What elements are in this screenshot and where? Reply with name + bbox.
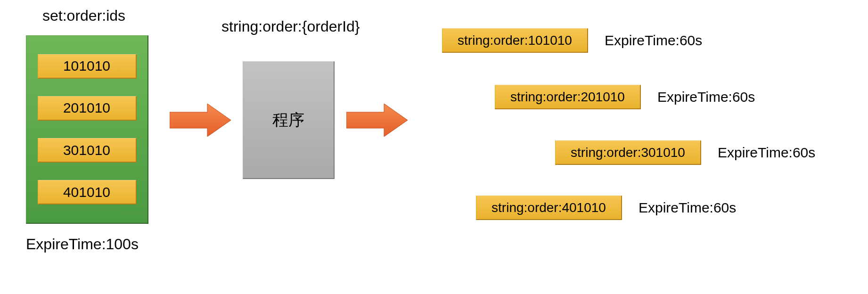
output-item: string:order:201010 ExpireTime:60s — [495, 85, 755, 109]
output-key: string:order:401010 — [476, 196, 622, 220]
output-key: string:order:201010 — [495, 85, 641, 109]
output-expire: ExpireTime:60s — [639, 200, 736, 216]
process-box: 程序 — [243, 61, 335, 179]
set-item: 201010 — [38, 96, 137, 121]
output-expire: ExpireTime:60s — [605, 33, 702, 49]
set-item: 301010 — [38, 138, 137, 163]
output-item: string:order:301010 ExpireTime:60s — [555, 140, 815, 165]
set-expire-label: ExpireTime:100s — [26, 236, 139, 253]
output-expire: ExpireTime:60s — [657, 89, 755, 105]
set-title: set:order:ids — [42, 7, 125, 24]
arrow-right-icon — [170, 104, 231, 137]
set-container: 101010 201010 301010 401010 — [26, 35, 148, 224]
output-expire: ExpireTime:60s — [718, 145, 815, 161]
output-key: string:order:301010 — [555, 140, 701, 165]
output-item: string:order:101010 ExpireTime:60s — [442, 28, 702, 53]
output-item: string:order:401010 ExpireTime:60s — [476, 196, 736, 220]
process-title: string:order:{orderId} — [221, 18, 360, 35]
set-item: 401010 — [38, 180, 137, 204]
output-key: string:order:101010 — [442, 28, 588, 53]
set-item: 101010 — [38, 54, 137, 79]
arrow-right-icon — [346, 104, 408, 137]
